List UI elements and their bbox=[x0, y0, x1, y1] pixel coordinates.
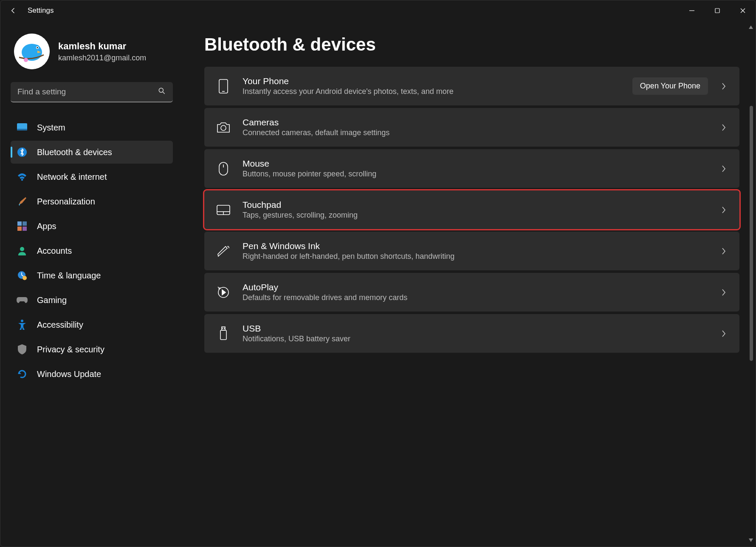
card-sub: Instantly access your Android device's p… bbox=[243, 87, 621, 96]
svg-rect-27 bbox=[219, 162, 228, 175]
search-input[interactable] bbox=[17, 87, 158, 96]
close-button[interactable] bbox=[730, 2, 756, 19]
scroll-down-icon[interactable] bbox=[748, 537, 754, 543]
card-cameras[interactable]: Cameras Connected cameras, default image… bbox=[204, 108, 739, 147]
nav-bluetooth-devices[interactable]: Bluetooth & devices bbox=[11, 141, 173, 164]
page-title: Bluetooth & devices bbox=[204, 34, 739, 55]
window-frame: Settings bbox=[0, 0, 756, 547]
avatar bbox=[14, 34, 50, 69]
card-touchpad[interactable]: Touchpad Taps, gestures, scrolling, zoom… bbox=[204, 190, 739, 229]
chevron-right-icon bbox=[720, 247, 728, 255]
apps-icon bbox=[17, 221, 28, 232]
svg-rect-34 bbox=[220, 330, 226, 340]
update-icon bbox=[17, 368, 28, 380]
scroll-up-icon[interactable] bbox=[748, 24, 754, 30]
touchpad-icon bbox=[216, 203, 231, 217]
accessibility-icon bbox=[17, 319, 28, 330]
maximize-button[interactable] bbox=[705, 2, 730, 19]
svg-point-8 bbox=[37, 47, 38, 48]
chevron-right-icon bbox=[720, 124, 728, 131]
nav-privacy-security[interactable]: Privacy & security bbox=[11, 338, 173, 361]
card-autoplay[interactable]: AutoPlay Defaults for removable drives a… bbox=[204, 273, 739, 312]
phone-icon bbox=[216, 79, 231, 94]
user-info[interactable]: kamlesh kumar kamlesh2011@gmail.com bbox=[11, 34, 173, 69]
nav-accounts[interactable]: Accounts bbox=[11, 239, 173, 262]
settings-list: Your Phone Instantly access your Android… bbox=[204, 67, 739, 353]
nav-label: Gaming bbox=[37, 295, 67, 305]
card-title: Mouse bbox=[243, 159, 708, 169]
svg-point-9 bbox=[24, 58, 28, 62]
card-pen[interactable]: Pen & Windows Ink Right-handed or left-h… bbox=[204, 232, 739, 270]
svg-point-23 bbox=[21, 320, 23, 322]
brush-icon bbox=[17, 196, 28, 207]
card-sub: Connected cameras, default image setting… bbox=[243, 128, 708, 137]
window-controls bbox=[679, 2, 756, 19]
nav-label: Network & internet bbox=[37, 172, 107, 182]
svg-rect-17 bbox=[23, 221, 27, 226]
svg-line-11 bbox=[163, 92, 165, 94]
card-your-phone[interactable]: Your Phone Instantly access your Android… bbox=[204, 67, 739, 105]
nav-label: System bbox=[37, 123, 65, 133]
camera-icon bbox=[216, 120, 231, 135]
search-icon bbox=[158, 87, 166, 97]
svg-point-26 bbox=[221, 125, 226, 130]
user-name: kamlesh kumar bbox=[58, 41, 146, 52]
svg-rect-19 bbox=[23, 227, 27, 231]
nav-gaming[interactable]: Gaming bbox=[11, 289, 173, 312]
svg-point-22 bbox=[23, 276, 27, 280]
scrollbar[interactable] bbox=[748, 21, 754, 547]
card-mouse[interactable]: Mouse Buttons, mouse pointer speed, scro… bbox=[204, 149, 739, 188]
chevron-right-icon bbox=[720, 206, 728, 214]
svg-rect-18 bbox=[17, 227, 22, 231]
nav-accessibility[interactable]: Accessibility bbox=[11, 313, 173, 336]
user-email: kamlesh2011@gmail.com bbox=[58, 54, 146, 62]
svg-rect-13 bbox=[17, 129, 27, 130]
svg-rect-1 bbox=[715, 9, 719, 13]
person-icon bbox=[17, 245, 28, 256]
card-sub: Notifications, USB battery saver bbox=[243, 334, 708, 343]
back-button[interactable] bbox=[9, 6, 17, 15]
mouse-icon bbox=[216, 162, 231, 176]
search-box[interactable] bbox=[11, 82, 173, 102]
chevron-right-icon bbox=[720, 330, 728, 337]
card-title: Touchpad bbox=[243, 200, 708, 210]
clock-globe-icon bbox=[17, 270, 28, 281]
card-title: USB bbox=[243, 323, 708, 334]
bluetooth-icon bbox=[17, 147, 28, 158]
nav-label: Apps bbox=[37, 221, 56, 231]
svg-point-20 bbox=[20, 247, 24, 251]
card-sub: Right-handed or left-handed, pen button … bbox=[243, 252, 708, 261]
card-sub: Taps, gestures, scrolling, zooming bbox=[243, 211, 708, 220]
gamepad-icon bbox=[17, 295, 28, 306]
pen-icon bbox=[216, 244, 231, 258]
nav-label: Bluetooth & devices bbox=[37, 147, 112, 157]
chevron-right-icon bbox=[720, 165, 728, 173]
card-usb[interactable]: USB Notifications, USB battery saver bbox=[204, 314, 739, 353]
card-title: Your Phone bbox=[243, 76, 621, 86]
svg-point-10 bbox=[159, 88, 163, 92]
nav-label: Personalization bbox=[37, 197, 95, 207]
nav-network[interactable]: Network & internet bbox=[11, 165, 173, 188]
card-title: AutoPlay bbox=[243, 282, 708, 292]
titlebar: Settings bbox=[0, 0, 756, 21]
nav-personalization[interactable]: Personalization bbox=[11, 190, 173, 213]
chevron-right-icon bbox=[720, 289, 728, 296]
chevron-right-icon bbox=[720, 82, 728, 90]
nav-label: Accounts bbox=[37, 246, 72, 256]
app-title: Settings bbox=[28, 6, 54, 15]
nav-label: Privacy & security bbox=[37, 345, 104, 354]
nav-time-language[interactable]: Time & language bbox=[11, 264, 173, 287]
nav-label: Accessibility bbox=[37, 320, 83, 330]
minimize-button[interactable] bbox=[679, 2, 705, 19]
card-title: Cameras bbox=[243, 117, 708, 128]
svg-rect-24 bbox=[219, 79, 228, 93]
scrollbar-thumb[interactable] bbox=[750, 106, 753, 361]
nav-system[interactable]: System bbox=[11, 116, 173, 139]
nav-windows-update[interactable]: Windows Update bbox=[11, 363, 173, 385]
nav-apps[interactable]: Apps bbox=[11, 215, 173, 238]
autoplay-icon bbox=[216, 285, 231, 300]
nav-label: Windows Update bbox=[37, 369, 101, 379]
open-your-phone-button[interactable]: Open Your Phone bbox=[632, 77, 708, 95]
card-title: Pen & Windows Ink bbox=[243, 241, 708, 251]
nav-list: System Bluetooth & devices Network & int… bbox=[11, 116, 173, 385]
